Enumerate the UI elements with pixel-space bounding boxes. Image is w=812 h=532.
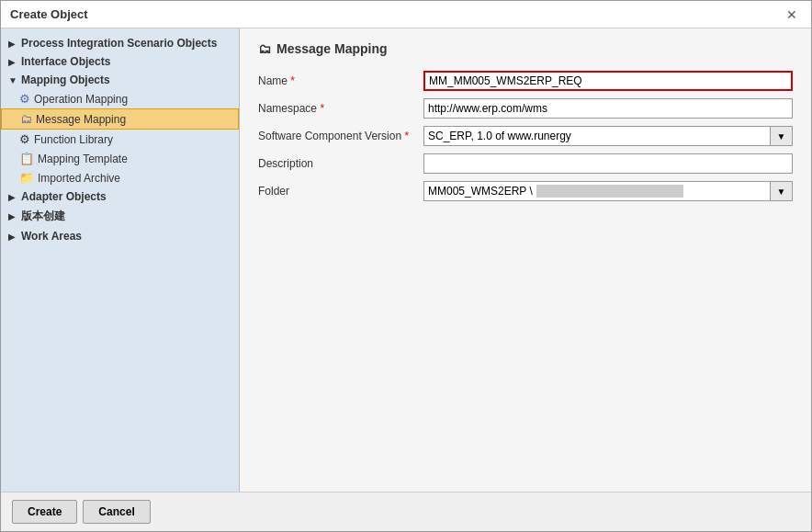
right-panel: 🗂 Message Mapping Name * Namespace * [240,28,811,492]
folder-value-display: MM005_WMS2ERP \ [423,181,771,201]
arrow-icon: ▼ [8,75,17,85]
sidebar-item-mapping-template[interactable]: 📋 Mapping Template [1,149,239,168]
sidebar-item-label: Process Integration Scenario Objects [21,37,217,50]
sidebar-item-ban-chuang-jian[interactable]: ▶ 版本创建 [1,206,239,227]
sidebar-item-label: 版本创建 [21,209,65,224]
description-label: Description [258,157,423,170]
name-input[interactable] [423,71,793,91]
sidebar-item-function-library[interactable]: ⚙ Function Library [1,130,239,149]
software-component-label: Software Component Version * [258,130,423,142]
name-label: Name * [258,74,423,87]
description-input[interactable] [423,153,793,174]
sidebar-item-label: Work Areas [21,230,82,243]
sidebar-item-label: Adapter Objects [21,190,107,203]
sidebar-item-process-integration[interactable]: ▶ Process Integration Scenario Objects [1,34,239,52]
folder-field: MM005_WMS2ERP \ ▼ [423,181,793,201]
folder-browse-btn[interactable]: ▼ [771,181,793,201]
dialog-titlebar: Create Object ✕ [1,1,811,28]
namespace-row: Namespace * [258,98,793,119]
namespace-input[interactable] [423,98,793,119]
operation-mapping-icon: ⚙ [19,92,30,106]
function-library-icon: ⚙ [19,132,30,146]
arrow-icon: ▶ [8,211,17,221]
message-mapping-icon: 🗂 [20,112,32,126]
section-title: Message Mapping [276,41,388,56]
sidebar-item-label: Mapping Template [38,153,128,165]
sidebar-item-label: Mapping Objects [21,74,110,86]
sidebar-item-label: Interface Objects [21,55,110,68]
mapping-template-icon: 📋 [19,152,34,165]
arrow-icon: ▶ [8,57,17,67]
sidebar-item-label: Function Library [34,133,113,146]
namespace-label: Namespace * [258,102,423,115]
sidebar-item-operation-mapping[interactable]: ⚙ Operation Mapping [1,89,239,108]
sidebar-item-label: Message Mapping [36,113,126,126]
create-object-dialog: Create Object ✕ ▶ Process Integration Sc… [0,0,812,532]
message-mapping-section-icon: 🗂 [258,41,271,56]
description-row: Description [258,153,793,174]
close-button[interactable]: ✕ [782,6,802,24]
sidebar-item-interface-objects[interactable]: ▶ Interface Objects [1,52,239,71]
create-button[interactable]: Create [12,500,77,524]
software-component-input[interactable] [423,126,771,146]
folder-text-visible: MM005_WMS2ERP \ [428,185,533,198]
cancel-button[interactable]: Cancel [83,500,150,524]
software-component-row: Software Component Version * ▼ [258,126,793,146]
right-panel-title: 🗂 Message Mapping [258,41,793,56]
left-panel: ▶ Process Integration Scenario Objects ▶… [1,28,240,492]
software-component-required-star: * [404,130,409,142]
sidebar-item-mapping-objects[interactable]: ▼ Mapping Objects [1,71,239,89]
sidebar-item-label: Operation Mapping [34,93,128,106]
folder-row: Folder MM005_WMS2ERP \ ▼ [258,181,793,201]
sidebar-item-imported-archive[interactable]: 📁 Imported Archive [1,168,239,187]
software-component-field: ▼ [423,126,793,146]
name-row: Name * [258,71,793,91]
dialog-footer: Create Cancel [1,492,811,531]
imported-archive-icon: 📁 [19,171,34,185]
folder-blurred-text [536,185,683,198]
dialog-title: Create Object [10,7,88,21]
sidebar-item-work-areas[interactable]: ▶ Work Areas [1,227,239,245]
arrow-icon: ▶ [8,232,17,242]
sidebar-item-label: Imported Archive [38,172,120,185]
arrow-icon: ▶ [8,39,17,49]
arrow-icon: ▶ [8,192,17,202]
folder-label: Folder [258,185,423,198]
name-required-star: * [290,74,295,87]
sidebar-item-message-mapping[interactable]: 🗂 Message Mapping [1,108,239,130]
browse-icon: ▼ [777,187,786,197]
sidebar-item-adapter-objects[interactable]: ▶ Adapter Objects [1,187,239,206]
dialog-body: ▶ Process Integration Scenario Objects ▶… [1,28,811,492]
software-component-browse-btn[interactable]: ▼ [771,126,793,146]
browse-icon: ▼ [777,131,786,141]
namespace-required-star: * [320,102,324,115]
